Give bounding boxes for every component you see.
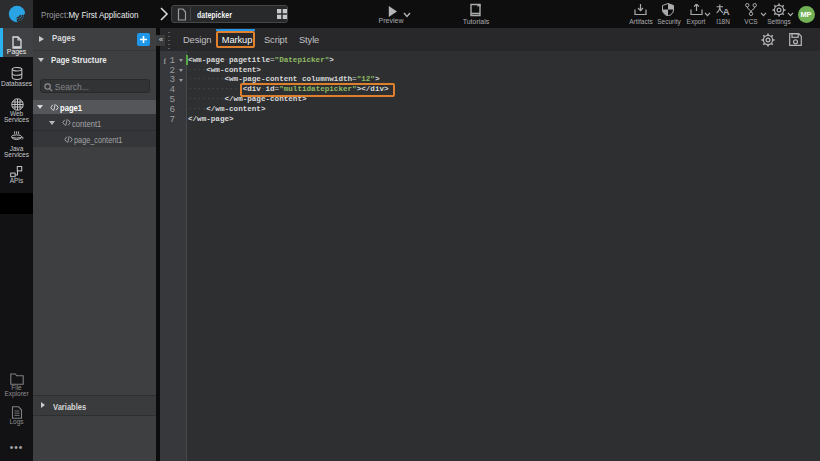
svg-text:A: A — [723, 6, 730, 16]
